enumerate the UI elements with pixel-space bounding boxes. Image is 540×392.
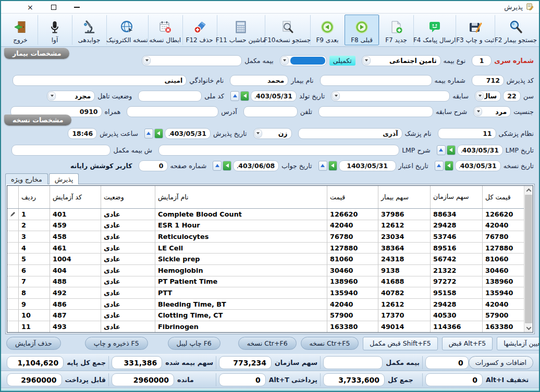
- vertical-scrollbar[interactable]: [524, 186, 533, 332]
- date-go-button[interactable]: [328, 161, 337, 171]
- insurance-type-select[interactable]: تامین اجتماعی: [362, 55, 441, 66]
- additions-deductions-value[interactable]: 0: [425, 356, 469, 369]
- column-header[interactable]: ردیف: [19, 186, 50, 208]
- table-row[interactable]: 6404عادیHemoglobin3046091382132230460: [7, 265, 533, 276]
- calculator-f11[interactable]: ماشین حساب F11: [217, 15, 265, 45]
- delete-f12[interactable]: حذف F12: [182, 15, 217, 45]
- table-row[interactable]: 7488عادیPT Patient Time13896041688972721…: [7, 276, 533, 288]
- table-row[interactable]: 9486عادیBleeding Time, BT420401261229428…: [7, 299, 533, 310]
- new-f7[interactable]: جدید F7: [379, 15, 413, 45]
- lmp-date-input[interactable]: [457, 145, 503, 156]
- cancel-rx[interactable]: ابطال نسخه: [148, 15, 182, 45]
- table-row[interactable]: 1401عادیComplete Blood Count126620379868…: [7, 209, 533, 220]
- date-up-button[interactable]: [435, 161, 444, 171]
- chevron-down-icon[interactable]: [281, 56, 289, 65]
- date-up-button[interactable]: [213, 161, 222, 171]
- national-id-input[interactable]: [138, 91, 202, 102]
- date-go-button[interactable]: [223, 161, 231, 171]
- table-row[interactable]: 4461عادیLE Cell1278803836489516127880: [7, 243, 533, 254]
- insurance-no-input[interactable]: [320, 75, 432, 86]
- table-row[interactable]: 10487عادیClotting Time, CT57900173704053…: [7, 310, 533, 321]
- search-rx-f10[interactable]: جستجو نسخهF10: [265, 15, 311, 45]
- doctor-gender-select[interactable]: زن: [253, 128, 292, 139]
- med-council-input[interactable]: [438, 128, 496, 139]
- print-label-f6-button[interactable]: چاپ لیبل F6: [168, 337, 220, 350]
- last-name-input[interactable]: [13, 75, 187, 86]
- date-up-button[interactable]: [230, 91, 239, 101]
- page-no-input[interactable]: [139, 160, 168, 171]
- date-go-button[interactable]: [240, 91, 249, 101]
- electronic-rx[interactable]: نسخه الکترونیک: [106, 15, 148, 45]
- column-header[interactable]: وضعیت: [101, 186, 155, 208]
- date-go-button[interactable]: [154, 129, 163, 138]
- chevron-down-icon[interactable]: [332, 92, 340, 100]
- reporting[interactable]: جوابدهی: [72, 15, 106, 45]
- chevron-down-icon[interactable]: [143, 56, 151, 65]
- column-header[interactable]: نام آزمایش: [155, 186, 327, 208]
- table-row[interactable]: 2459عادیESR 1 Hour42040126122942842040: [7, 220, 533, 232]
- save-print-f3[interactable]: ثبت و چاپ F3: [456, 15, 495, 45]
- scroll-up-icon[interactable]: [524, 186, 533, 194]
- table-row[interactable]: 11493عادیFibrinogen163380490141143661633…: [7, 321, 533, 333]
- chevron-down-icon[interactable]: [48, 92, 56, 100]
- rx-date-input[interactable]: [455, 160, 501, 171]
- column-header[interactable]: سهم بیمار: [378, 186, 431, 208]
- tab-admission[interactable]: پذیرش: [49, 173, 79, 184]
- search-patient-f2[interactable]: جستجو بیمار F2: [495, 15, 537, 45]
- enter-test-selection-alt-f1-button[interactable]: ورود به تعیین آزمایشها Alt+F1: [497, 337, 540, 350]
- delete-test-button[interactable]: حذف آزمایش: [6, 337, 61, 350]
- supp-no-input[interactable]: [11, 145, 111, 156]
- remaining-value[interactable]: 2960000: [112, 373, 174, 386]
- supplementary-select[interactable]: [280, 55, 327, 66]
- rx-ctr-f5-button[interactable]: نسخه Ctr+F5: [301, 337, 359, 350]
- save-and-print-f5-button[interactable]: ذخیره و چاپ F5: [85, 337, 148, 350]
- chevron-down-icon[interactable]: [254, 129, 262, 138]
- phone-input[interactable]: [243, 106, 298, 117]
- address-input[interactable]: [127, 106, 218, 117]
- base-total-value[interactable]: 1,104,620: [7, 356, 64, 369]
- validity-date-input[interactable]: [339, 160, 396, 171]
- tab-special-expenses[interactable]: مخارج ویژه: [5, 173, 48, 184]
- column-header[interactable]: قیمت: [327, 186, 378, 208]
- payable-value[interactable]: 2960000: [7, 373, 62, 386]
- column-header[interactable]: قیمت کل: [483, 186, 528, 208]
- admission-date-input[interactable]: [165, 128, 211, 139]
- date-up-button[interactable]: [144, 129, 153, 138]
- additions-deductions-button[interactable]: اضافات و کسورات: [469, 356, 533, 369]
- grand-total-value[interactable]: 3,733,600: [323, 373, 385, 386]
- chevron-down-icon[interactable]: [476, 92, 484, 100]
- marital-select[interactable]: مجرد: [47, 91, 95, 102]
- scrollbar-thumb[interactable]: [525, 195, 532, 323]
- scroll-down-icon[interactable]: [524, 324, 533, 332]
- doctor-input[interactable]: [298, 128, 402, 139]
- first-name-input[interactable]: [230, 75, 288, 86]
- table-row[interactable]: 51004عادیSickle prep81060243185674281060: [7, 254, 533, 265]
- discount-alt-i-value[interactable]: 0: [425, 373, 483, 386]
- supp-insurance-select[interactable]: [142, 55, 242, 66]
- admission-time-input[interactable]: [68, 128, 97, 139]
- history-desc-input[interactable]: [318, 106, 433, 117]
- rx-ctr-f6-button[interactable]: نسخه Ctr+F6: [238, 337, 297, 350]
- date-go-button[interactable]: [447, 145, 456, 155]
- age-input[interactable]: [503, 91, 521, 102]
- receipt-alt-f5-button[interactable]: قبض Alt+F5: [442, 337, 493, 350]
- exit[interactable]: خروج: [3, 15, 38, 45]
- lmp-desc-input[interactable]: [158, 145, 399, 156]
- ava-voice[interactable]: آوا: [38, 15, 72, 45]
- minimize-icon[interactable]: [74, 7, 80, 8]
- date-up-button[interactable]: [437, 145, 446, 155]
- previous-f8[interactable]: قبلی F8: [345, 15, 379, 45]
- org-share-value[interactable]: 773,234: [219, 356, 272, 369]
- supp-insurance-amount-value[interactable]: [323, 356, 383, 369]
- admission-code-input[interactable]: [472, 75, 504, 86]
- paid-alt-t-value[interactable]: 0: [219, 373, 266, 386]
- supp-receipt-shift-f5-button[interactable]: قبض مکمل Shift+F5: [363, 337, 437, 350]
- chevron-down-icon[interactable]: [363, 56, 371, 65]
- age-unit-select[interactable]: سال: [475, 91, 501, 102]
- insured-share-value[interactable]: 331,386: [112, 356, 162, 369]
- history-select[interactable]: [331, 91, 450, 102]
- close-icon[interactable]: ×: [27, 4, 33, 11]
- date-go-button[interactable]: [445, 161, 453, 171]
- column-header[interactable]: سهم سازمان: [431, 186, 483, 208]
- answer-date-input[interactable]: [233, 160, 279, 171]
